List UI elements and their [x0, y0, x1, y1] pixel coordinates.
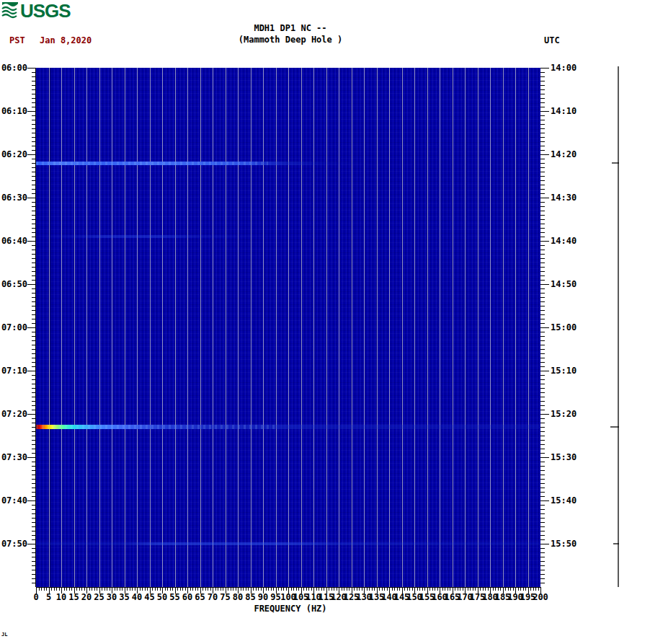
x-tick	[313, 587, 314, 594]
y-tick-right	[540, 150, 545, 151]
station-subtitle: (Mammoth Deep Hole )	[74, 35, 507, 45]
gridline	[226, 68, 226, 587]
y-tick-right	[540, 371, 549, 371]
x-tick	[175, 587, 176, 594]
y-tick-right	[540, 479, 545, 480]
freq-tick-label: 80	[227, 593, 249, 601]
y-tick-right	[540, 124, 545, 125]
y-tick-right	[540, 427, 545, 428]
freq-tick-label: 25	[89, 593, 110, 601]
y-tick-right	[540, 574, 545, 575]
event-dash-texture	[36, 425, 278, 429]
x-tick	[162, 587, 163, 594]
time-label-utc: 14:40	[551, 237, 585, 245]
gridline	[364, 68, 365, 587]
freq-tick-label: 5	[38, 593, 60, 601]
y-tick-right	[540, 453, 545, 454]
y-tick-right	[540, 237, 545, 237]
y-tick-right	[540, 561, 545, 562]
y-tick-right	[540, 319, 545, 319]
gridline	[389, 68, 390, 587]
gridline	[515, 68, 516, 587]
y-tick-right	[540, 202, 545, 203]
freq-tick-label: 150	[404, 593, 425, 601]
gridline	[465, 68, 466, 587]
y-tick-right	[540, 366, 545, 367]
freq-tick-label: 70	[202, 593, 223, 601]
gridline	[377, 68, 378, 587]
x-tick	[389, 587, 390, 594]
y-tick-right	[540, 431, 545, 432]
freq-tick-label: 195	[517, 593, 539, 601]
x-tick	[503, 587, 504, 594]
freq-tick-label: 140	[378, 593, 400, 601]
y-tick-right	[540, 198, 549, 198]
freq-tick-label: 120	[328, 593, 350, 601]
dark-column-artifact	[50, 68, 51, 587]
y-tick-right	[540, 449, 545, 449]
usgs-logo: USGS	[1, 1, 74, 22]
y-tick-right	[540, 340, 545, 341]
y-tick-right	[540, 176, 545, 177]
x-tick	[226, 587, 226, 594]
y-tick-right	[540, 345, 545, 345]
x-tick	[99, 587, 100, 594]
y-tick-right	[540, 488, 545, 488]
freq-tick-label: 60	[177, 593, 198, 601]
y-tick-right	[540, 128, 545, 129]
y-tick-right	[540, 232, 545, 233]
gridline	[137, 68, 138, 587]
y-tick-right	[540, 327, 549, 328]
time-label-pst: 07:50	[0, 539, 27, 548]
y-tick-right	[540, 81, 545, 81]
freq-tick-label: 105	[290, 593, 312, 601]
x-tick	[200, 587, 201, 594]
y-tick-right	[540, 137, 545, 138]
y-tick-right	[540, 301, 545, 302]
y-tick-right	[540, 462, 545, 462]
usgs-wave-icon	[1, 1, 19, 20]
y-tick-right	[540, 275, 545, 276]
y-tick-right	[540, 310, 545, 311]
y-tick-right	[540, 405, 545, 406]
x-tick	[187, 587, 188, 594]
y-tick-right	[540, 85, 545, 86]
y-axis-line	[35, 68, 36, 587]
gridline	[402, 68, 403, 587]
x-tick	[364, 587, 365, 594]
y-tick-right	[540, 531, 545, 531]
time-label-utc: 14:10	[551, 107, 585, 115]
spectrogram-event-0723	[36, 425, 540, 429]
time-label-utc: 15:30	[551, 453, 585, 462]
y-tick-right	[540, 211, 545, 211]
x-tick	[213, 587, 213, 594]
y-tick-right	[540, 146, 545, 146]
time-label-pst: 07:20	[0, 410, 27, 418]
x-tick	[352, 587, 352, 594]
gridline	[313, 68, 314, 587]
usgs-logo-text: USGS	[20, 1, 71, 20]
gridline	[427, 68, 428, 587]
timezone-right-label: UTC	[544, 35, 560, 45]
y-tick-right	[540, 293, 545, 294]
x-tick	[427, 587, 428, 594]
y-tick-right	[540, 509, 545, 510]
time-label-pst: 07:00	[0, 323, 27, 332]
time-label-pst: 06:40	[0, 237, 27, 245]
gridline	[478, 68, 478, 587]
gridline	[326, 68, 327, 587]
freq-tick-label: 125	[341, 593, 362, 601]
gridline	[150, 68, 151, 587]
y-tick-right	[540, 336, 545, 337]
time-label-pst: 06:00	[0, 63, 27, 72]
freq-tick-label: 200	[530, 593, 551, 601]
y-tick-right	[540, 410, 545, 410]
gridline	[125, 68, 125, 587]
time-label-utc: 14:00	[551, 63, 585, 72]
gridline	[213, 68, 213, 587]
y-tick-right	[540, 68, 549, 69]
freq-tick-label: 100	[277, 593, 299, 601]
y-tick-right	[540, 492, 545, 493]
gridline	[414, 68, 415, 587]
event-dash-texture	[36, 162, 268, 165]
